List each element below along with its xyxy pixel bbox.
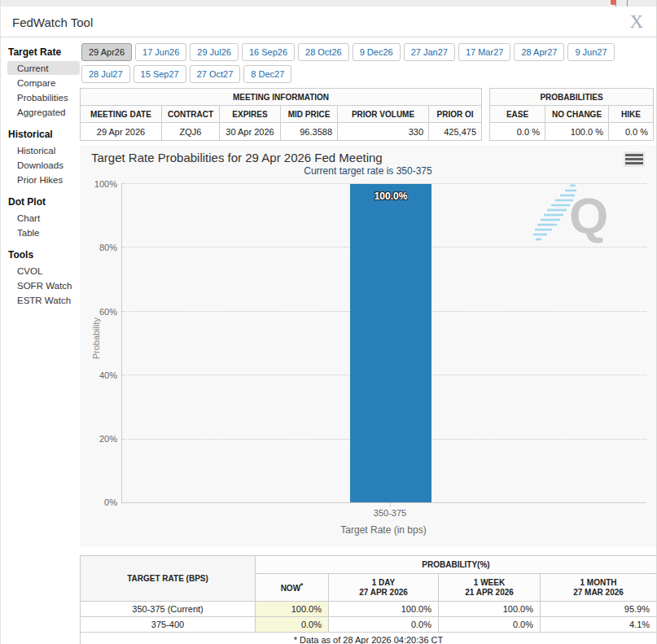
sidebar-item-chart[interactable]: Chart <box>7 211 80 225</box>
table-row: 375-400 0.0% 0.0% 0.0% 4.1% <box>81 617 657 633</box>
sidebar-section-historical: Historical <box>8 129 80 140</box>
sidebar-item-prior-hikes[interactable]: Prior Hikes <box>7 173 80 186</box>
probability-bar-350-375[interactable]: 100.0% <box>350 184 431 502</box>
tab-meeting-date[interactable]: 17 Jun26 <box>135 43 186 61</box>
x-tick-label: 350-375 <box>349 508 431 518</box>
y-tick-40: 40% <box>84 370 117 380</box>
y-axis-title: Probability <box>91 318 101 359</box>
tab-meeting-date[interactable]: 28 Oct26 <box>298 43 349 61</box>
sidebar-item-aggregated[interactable]: Aggregated <box>7 105 80 119</box>
prior-oi-value: 425,475 <box>429 123 482 141</box>
sidebar-item-sofr-watch[interactable]: SOFR Watch <box>7 278 80 292</box>
prior-volume-value: 330 <box>338 123 429 141</box>
no-change-value: 100.0 % <box>545 123 609 141</box>
probabilities-title: PROBABILITIES <box>490 89 654 106</box>
col-1-month: 1 MONTH27 MAR 2026 <box>541 574 657 602</box>
tab-meeting-date[interactable]: 29 Apr26 <box>81 43 132 61</box>
ease-value: 0.0 % <box>490 123 545 141</box>
sidebar-item-cvol[interactable]: CVOL <box>7 264 80 278</box>
contract-value: ZQJ6 <box>162 123 220 141</box>
tab-meeting-date[interactable]: 27 Jan27 <box>404 43 455 61</box>
meeting-information-table: MEETING INFORMATION MEETING DATE CONTRAC… <box>80 88 482 141</box>
sidebar-item-downloads[interactable]: Downloads <box>7 158 80 172</box>
prob-1-month: 4.1% <box>541 617 657 633</box>
prob-1-week: 100.0% <box>439 602 541 617</box>
chart-subtitle: Current target rate is 350-375 <box>80 165 656 177</box>
table-row: 0.0 % 100.0 % 0.0 % <box>490 123 654 141</box>
prob-now: 0.0% <box>256 617 329 633</box>
bar-data-label: 100.0% <box>350 191 431 202</box>
prob-1-week: 0.0% <box>439 617 541 633</box>
tab-meeting-date[interactable]: 9 Jun27 <box>567 43 614 61</box>
col-now: NOW* <box>256 574 329 602</box>
tab-meeting-date[interactable]: 8 Dec27 <box>243 65 291 83</box>
col-expires: EXPIRES <box>220 106 281 123</box>
tab-meeting-date[interactable]: 9 Dec26 <box>353 43 401 61</box>
col-prior-volume: PRIOR VOLUME <box>338 106 429 123</box>
now-asterisk: * <box>300 581 303 589</box>
prob-1-day: 0.0% <box>329 617 439 633</box>
table-row: 350-375 (Current) 100.0% 100.0% 100.0% 9… <box>81 602 657 617</box>
col-ease: EASE <box>490 106 545 123</box>
prob-1-month: 95.9% <box>541 602 657 617</box>
hike-value: 0.0 % <box>609 123 654 141</box>
sidebar-item-current[interactable]: Current <box>7 61 80 75</box>
sidebar-item-probabilities[interactable]: Probabilities <box>7 90 80 104</box>
probabilities-summary-table: PROBABILITIES EASE NO CHANGE HIKE 0.0 % … <box>489 88 654 141</box>
sidebar-item-estr-watch[interactable]: ESTR Watch <box>7 293 80 307</box>
prob-now: 100.0% <box>256 602 329 617</box>
page-title: FedWatch Tool <box>12 15 93 29</box>
col-hike: HIKE <box>609 106 654 123</box>
tab-meeting-date[interactable]: 17 Mar27 <box>458 43 510 61</box>
tab-meeting-date[interactable]: 28 Jul27 <box>81 65 130 83</box>
y-tick-100: 100% <box>84 179 117 189</box>
tab-meeting-date[interactable]: 29 Jul26 <box>190 43 239 61</box>
y-tick-80: 80% <box>84 243 117 252</box>
probability-chart: Target Rate Probabilities for 29 Apr 202… <box>80 145 656 547</box>
group-header-probability: PROBABILITY(%) <box>256 556 657 574</box>
col-target-rate-bps: TARGET RATE (BPS) <box>81 556 256 602</box>
rate-range: 375-400 <box>81 617 256 633</box>
fedwatch-tool-window: FedWatch Tool X Target Rate Current Comp… <box>0 0 657 644</box>
top-strip <box>1 0 657 7</box>
sidebar-section-dot-plot: Dot Plot <box>8 196 80 208</box>
col-no-change: NO CHANGE <box>545 106 609 123</box>
col-1-week: 1 WEEK21 APR 2026 <box>439 574 541 602</box>
col-contract: CONTRACT <box>162 106 220 123</box>
sidebar: Target Rate Current Compare Probabilitie… <box>7 41 80 308</box>
sidebar-item-historical[interactable]: Historical <box>7 143 80 157</box>
chart-title: Target Rate Probabilities for 29 Apr 202… <box>91 151 383 164</box>
y-tick-20: 20% <box>84 434 117 444</box>
tab-meeting-date[interactable]: 15 Sep27 <box>134 65 186 83</box>
expires-value: 30 Apr 2026 <box>220 123 281 141</box>
tab-meeting-date[interactable]: 28 Apr27 <box>514 43 564 61</box>
rate-range: 350-375 (Current) <box>81 602 256 617</box>
meeting-info-title: MEETING INFORMATION <box>81 89 482 106</box>
sidebar-section-tools: Tools <box>8 249 80 261</box>
plot-area: 100.0% <box>121 183 646 503</box>
meeting-date-tabs: 29 Apr26 17 Jun26 29 Jul26 16 Sep26 28 O… <box>81 43 656 83</box>
y-tick-0: 0% <box>84 497 117 507</box>
sidebar-item-compare[interactable]: Compare <box>7 76 80 90</box>
col-prior-oi: PRIOR OI <box>429 106 482 123</box>
prob-1-day: 100.0% <box>329 602 439 617</box>
sidebar-item-table[interactable]: Table <box>7 226 80 239</box>
y-tick-60: 60% <box>84 307 117 317</box>
col-mid-price: MID PRICE <box>281 106 338 123</box>
tab-meeting-date[interactable]: 16 Sep26 <box>242 43 295 61</box>
target-rate-probability-table: TARGET RATE (BPS) PROBABILITY(%) NOW* 1 … <box>80 555 657 644</box>
data-as-of-footnote: * Data as of 28 Apr 2026 04:20:36 CT <box>81 633 657 644</box>
table-row: 29 Apr 2026 ZQJ6 30 Apr 2026 96.3588 330… <box>81 123 482 141</box>
x-axis-tick <box>390 503 391 507</box>
close-icon[interactable]: X <box>629 11 643 33</box>
col-meeting-date: MEETING DATE <box>81 106 162 123</box>
sidebar-section-target-rate: Target Rate <box>8 46 80 58</box>
tab-meeting-date[interactable]: 27 Oct27 <box>190 65 241 83</box>
x-axis-title: Target Rate (in bps) <box>121 524 646 536</box>
meeting-date-value: 29 Apr 2026 <box>81 123 162 141</box>
col-1-day: 1 DAY27 APR 2026 <box>329 574 439 602</box>
mid-price-value: 96.3588 <box>281 123 338 141</box>
header: FedWatch Tool X <box>1 7 657 37</box>
